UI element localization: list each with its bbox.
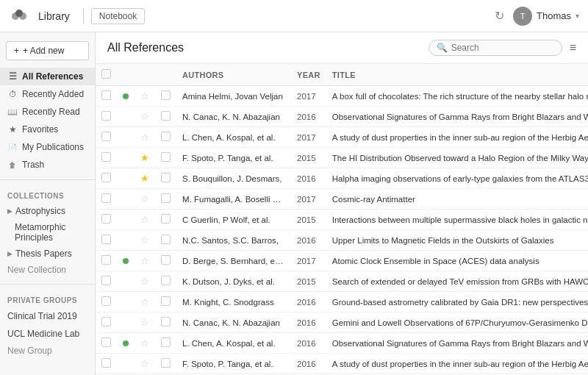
- select-all-checkbox[interactable]: [101, 69, 111, 79]
- empty-dot: [123, 217, 129, 223]
- table-row: ☆ N. Canac, K. N. Abazajian 2016 Observa…: [96, 107, 588, 127]
- row-checkbox[interactable]: [101, 132, 111, 141]
- row-checkbox-2[interactable]: [161, 90, 171, 100]
- title-cell: Gemini and Lowell Observations of 67P/Ch…: [332, 318, 588, 327]
- add-new-button[interactable]: + + Add new: [6, 41, 89, 60]
- star-toggle[interactable]: ☆: [140, 296, 149, 307]
- row-checkbox[interactable]: [101, 152, 111, 162]
- row-checkbox-2[interactable]: [161, 317, 171, 326]
- row-checkbox-2[interactable]: [161, 214, 171, 224]
- row-checkbox-2[interactable]: [161, 111, 171, 121]
- search-input[interactable]: [451, 43, 554, 53]
- search-icon: 🔍: [437, 43, 448, 53]
- row-checkbox[interactable]: [101, 214, 111, 224]
- star-toggle[interactable]: ★: [140, 152, 149, 163]
- th-title[interactable]: TITLE: [326, 64, 588, 86]
- author-cell: N. Canac, K. N. Abazajian: [182, 318, 285, 327]
- star-toggle[interactable]: ☆: [140, 193, 149, 204]
- year-cell: 2016: [297, 339, 316, 348]
- user-area[interactable]: T Thomas ▾: [513, 7, 579, 26]
- row-checkbox-2[interactable]: [161, 338, 171, 347]
- row-checkbox[interactable]: [101, 90, 111, 100]
- sync-icon[interactable]: ↻: [495, 9, 504, 23]
- star-toggle[interactable]: ☆: [140, 276, 149, 287]
- th-year[interactable]: YEAR: [291, 64, 326, 86]
- empty-dot: [123, 135, 129, 140]
- status-dot: [123, 340, 129, 346]
- star-toggle[interactable]: ☆: [140, 132, 149, 143]
- row-checkbox[interactable]: [101, 173, 111, 182]
- star-toggle[interactable]: ☆: [140, 338, 149, 349]
- row-checkbox[interactable]: [101, 276, 111, 285]
- notebook-button[interactable]: Notebook: [91, 8, 145, 24]
- star-toggle[interactable]: ☆: [140, 111, 149, 122]
- sidebar-group-clinical[interactable]: Clinical Trial 2019: [0, 307, 95, 325]
- author-cell: K. Dutson, J. Dyks, et al.: [182, 277, 285, 286]
- row-checkbox[interactable]: [101, 255, 111, 265]
- sidebar-collection-astrophysics[interactable]: ▶ Astrophysics: [0, 203, 95, 219]
- clock-icon: ⏱: [7, 89, 18, 99]
- star-toggle[interactable]: ☆: [140, 235, 149, 246]
- sidebar-collection-metamorphic[interactable]: Metamorphic Principles: [0, 219, 95, 246]
- row-checkbox-2[interactable]: [161, 255, 171, 265]
- table-row: ☆ M. Fumagalli, A. Boselli et al. 2017 C…: [96, 189, 588, 210]
- author-cell: N. Canac, K. N. Abazajian: [182, 113, 285, 121]
- row-checkbox[interactable]: [101, 193, 111, 203]
- sidebar-collection-thesis[interactable]: ▶ Thesis Papers: [0, 246, 95, 262]
- references-table-container: AUTHORS YEAR TITLE SOURCE ADDED ▾ FILE ☆…: [96, 64, 588, 375]
- document-icon: 📄: [7, 142, 18, 152]
- row-checkbox-2[interactable]: [161, 193, 171, 203]
- search-box[interactable]: 🔍: [429, 40, 562, 56]
- author-cell: L. Chen, A. Kospal, et al.: [182, 339, 285, 348]
- table-row: ☆ N. Canac, K. N. Abazajian 2016 Gemini …: [96, 312, 588, 333]
- sidebar-item-my-publications[interactable]: 📄 My Publications: [0, 138, 95, 156]
- row-checkbox[interactable]: [101, 358, 111, 368]
- sidebar-item-trash[interactable]: 🗑 Trash: [0, 156, 95, 174]
- row-checkbox[interactable]: [101, 235, 111, 244]
- row-checkbox[interactable]: [101, 338, 111, 347]
- row-checkbox-2[interactable]: [161, 358, 171, 368]
- list-icon: ☰: [7, 71, 18, 82]
- sidebar-group-ucl[interactable]: UCL Medicine Lab: [0, 325, 95, 343]
- new-group-link[interactable]: New Group: [0, 343, 95, 359]
- sidebar-item-all-references[interactable]: ☰ All References: [0, 68, 95, 85]
- row-checkbox[interactable]: [101, 296, 111, 306]
- author-cell: M. Fumagalli, A. Boselli et al.: [182, 195, 285, 204]
- sidebar-label-recently-read: Recently Read: [22, 107, 80, 117]
- row-checkbox-2[interactable]: [161, 173, 171, 182]
- row-checkbox[interactable]: [101, 317, 111, 326]
- sidebar-label-favorites: Favorites: [22, 124, 58, 135]
- th-authors[interactable]: AUTHORS: [176, 64, 291, 86]
- sidebar-label-trash: Trash: [22, 160, 44, 170]
- sidebar-item-favorites[interactable]: ★ Favorites: [0, 121, 95, 138]
- sidebar-item-recently-added[interactable]: ⏱ Recently Added: [0, 85, 95, 103]
- table-row: ★ F. Spoto, P. Tanga, et al. 2015 The HI…: [96, 148, 588, 168]
- row-checkbox-2[interactable]: [161, 235, 171, 244]
- year-cell: 2016: [297, 360, 316, 368]
- row-checkbox[interactable]: [101, 111, 111, 121]
- year-cell: 2017: [297, 257, 316, 265]
- content-area: All References 🔍 ≡ AUTHORS YEAR TITL: [96, 32, 588, 375]
- new-collection-link[interactable]: New Collection: [0, 262, 95, 278]
- sidebar-item-recently-read[interactable]: 📖 Recently Read: [0, 103, 95, 121]
- row-checkbox-2[interactable]: [161, 296, 171, 306]
- header-divider: [83, 8, 84, 24]
- row-checkbox-2[interactable]: [161, 132, 171, 141]
- th-checkbox[interactable]: [96, 64, 117, 86]
- star-toggle[interactable]: ☆: [140, 255, 149, 266]
- year-cell: 2016: [297, 236, 316, 245]
- filter-icon[interactable]: ≡: [570, 41, 576, 54]
- table-row: ☆ F. Spoto, P. Tanga, et al. 2016 A stud…: [96, 354, 588, 374]
- star-toggle[interactable]: ☆: [140, 90, 149, 101]
- table-row: ☆ M. Knight, C. Snodgrass 2016 Ground-ba…: [96, 292, 588, 312]
- sidebar-divider-1: [0, 179, 95, 180]
- row-checkbox-2[interactable]: [161, 276, 171, 285]
- star-toggle[interactable]: ☆: [140, 317, 149, 328]
- row-checkbox-2[interactable]: [161, 152, 171, 162]
- author-cell: N.C. Santos, S.C. Barros,: [182, 236, 285, 245]
- star-toggle[interactable]: ★: [140, 173, 149, 184]
- star-toggle[interactable]: ☆: [140, 358, 149, 369]
- table-row: ★ S. Bouquillon, J. Desmars, 2016 Halpha…: [96, 168, 588, 189]
- year-cell: 2016: [297, 298, 316, 307]
- star-toggle[interactable]: ☆: [140, 214, 149, 225]
